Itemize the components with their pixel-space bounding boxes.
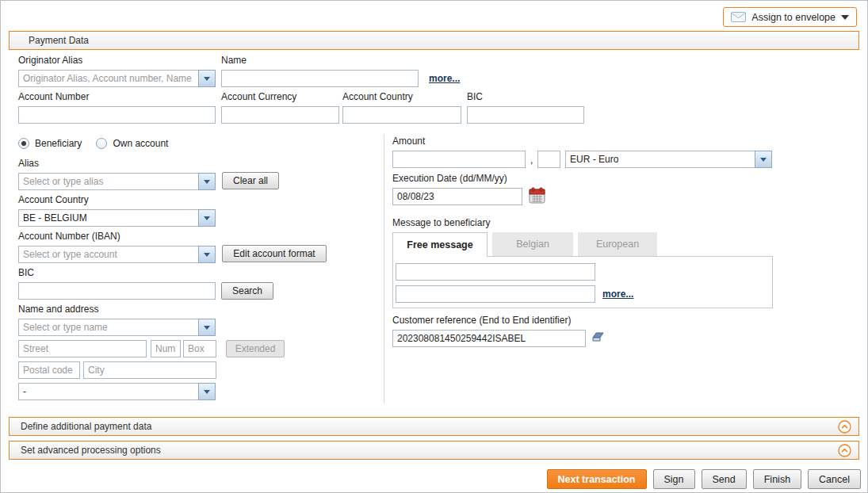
extended-button[interactable]: Extended [226,340,285,357]
footer-actions: Next transaction Sign Send Finish Cancel [547,469,861,489]
tab-belgian[interactable]: Belgian [492,232,573,256]
originator-account-number-field: Account Number [18,91,216,124]
box-input[interactable] [183,340,216,357]
chevron-down-icon[interactable] [198,70,216,87]
originator-alias-field: Originator Alias Originator Alias, Accou… [18,55,216,87]
edit-account-format-button[interactable]: Edit account format [222,245,327,262]
clear-all-button[interactable]: Clear all [222,172,279,189]
account-currency-input[interactable] [221,106,339,124]
beneficiary-extra-value: - [18,383,198,400]
chevron-down-icon [841,15,849,20]
accordion-additional-label: Define additional payment data [21,421,151,432]
account-currency-label: Account Currency [221,91,339,102]
chevron-down-icon[interactable] [198,383,216,400]
free-message-panel: more... [392,256,773,308]
beneficiary-alias-combobox[interactable]: Select or type alias [18,173,216,190]
accordion-additional-payment-data[interactable]: Define additional payment data [9,417,859,436]
cancel-button[interactable]: Cancel [808,469,861,489]
originator-account-currency-field: Account Currency [221,91,339,124]
send-button[interactable]: Send [702,469,747,489]
beneficiary-bic-label: BIC [18,267,216,278]
customer-reference-input[interactable] [392,330,586,347]
street-input[interactable] [18,340,147,357]
account-number-label: Account Number [18,91,216,102]
originator-name-input[interactable] [221,70,419,87]
amount-input[interactable] [392,151,526,168]
message-more-link[interactable]: more... [602,289,633,300]
beneficiary-radio[interactable] [18,138,29,149]
chevron-down-icon[interactable] [755,151,772,168]
message-to-beneficiary-label: Message to beneficiary [392,217,490,228]
number-input[interactable] [151,340,181,357]
message-line-2-input[interactable] [396,285,595,303]
own-account-radio-label: Own account [113,138,168,149]
payment-data-header: Payment Data [9,31,859,50]
column-divider [384,134,384,403]
execution-date-field: Execution Date (dd/MM/yy) [392,173,522,205]
beneficiary-alias-field: Alias Select or type alias [18,158,216,190]
beneficiary-radio-label: Beneficiary [35,138,82,149]
currency-combobox[interactable]: EUR - Euro [565,151,772,168]
chevron-up-circle-icon[interactable] [838,444,851,457]
name-and-address-label: Name and address [18,304,216,315]
envelope-icon [731,12,746,22]
payment-form-page: Assign to envelope Payment Data Originat… [0,0,868,493]
beneficiary-country-value: BE - BELGIUM [18,209,198,227]
assign-to-envelope-label: Assign to envelope [751,12,835,23]
execution-date-label: Execution Date (dd/MM/yy) [392,173,522,184]
amount-label: Amount [392,136,526,147]
beneficiary-country-field: Account Country BE - BELGIUM [18,194,216,227]
calendar-icon[interactable] [529,187,545,204]
chevron-down-icon[interactable] [198,173,216,190]
assign-to-envelope-button[interactable]: Assign to envelope [723,7,857,27]
city-input[interactable] [83,361,216,379]
execution-date-input[interactable] [392,188,522,205]
originator-account-country-field: Account Country [342,91,461,124]
sign-button[interactable]: Sign [653,469,695,489]
customer-reference-field: Customer reference (End to End identifie… [392,315,586,347]
beneficiary-iban-value: Select or type account [18,246,198,263]
payment-data-title: Payment Data [29,35,89,46]
chevron-up-circle-icon[interactable] [838,420,851,434]
postal-code-input[interactable] [18,361,80,379]
beneficiary-alias-value: Select or type alias [18,173,198,190]
originator-more-link[interactable]: more... [429,73,460,84]
tab-free-message[interactable]: Free message [392,232,488,257]
originator-name-label: Name [221,55,419,66]
decimal-separator: , [530,155,533,166]
search-button[interactable]: Search [221,282,273,300]
account-country-label: Account Country [342,91,461,102]
originator-alias-value: Originator Alias, Account number, Name [18,70,198,87]
originator-alias-combobox[interactable]: Originator Alias, Account number, Name [18,70,216,87]
accordion-advanced-options[interactable]: Set advanced processing options [9,441,859,460]
tab-european[interactable]: European [578,232,657,256]
beneficiary-bic-field: BIC [18,267,216,300]
originator-bic-field: BIC [467,91,584,124]
beneficiary-extra-combobox[interactable]: - [18,383,216,400]
accordion-advanced-label: Set advanced processing options [21,445,161,456]
own-account-radio[interactable] [96,138,107,149]
customer-reference-label: Customer reference (End to End identifie… [392,315,586,326]
message-line-1-input[interactable] [396,263,595,281]
eraser-icon[interactable] [591,331,605,343]
amount-decimals-input[interactable] [537,151,560,168]
beneficiary-iban-combobox[interactable]: Select or type account [18,246,216,263]
account-number-input[interactable] [18,106,216,124]
chevron-down-icon[interactable] [198,319,216,336]
beneficiary-country-combobox[interactable]: BE - BELGIUM [18,209,216,227]
next-transaction-button[interactable]: Next transaction [547,469,647,489]
beneficiary-type-radios: BeneficiaryOwn account [18,138,182,149]
bic-input[interactable] [467,106,584,124]
originator-alias-label: Originator Alias [18,55,216,66]
bic-label: BIC [467,91,584,102]
account-country-input[interactable] [342,106,461,124]
chevron-down-icon[interactable] [198,209,216,227]
beneficiary-bic-input[interactable] [18,282,216,300]
beneficiary-name-combobox[interactable]: Select or type name [18,319,216,336]
amount-field: Amount [392,136,526,168]
finish-button[interactable]: Finish [753,469,801,489]
currency-value: EUR - Euro [565,151,755,168]
chevron-down-icon[interactable] [198,246,216,263]
beneficiary-iban-field: Account Number (IBAN) Select or type acc… [18,231,216,263]
originator-name-field: Name [221,55,419,87]
